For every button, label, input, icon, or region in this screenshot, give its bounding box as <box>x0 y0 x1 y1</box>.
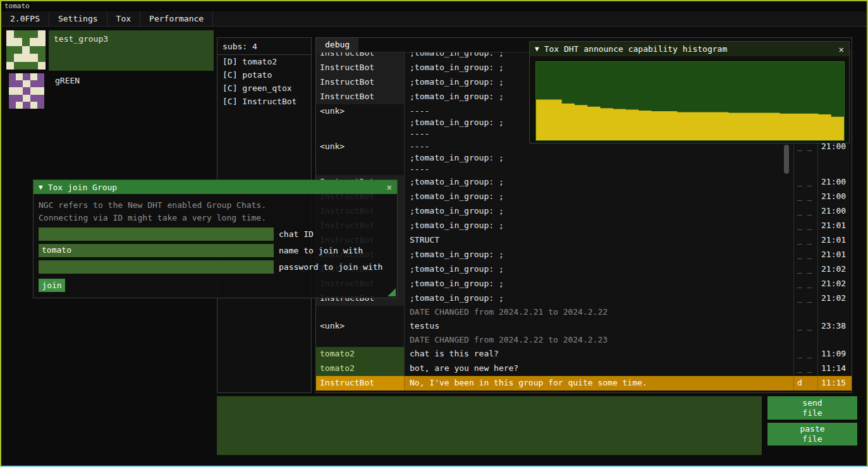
window-titlebar: tomato <box>1 1 867 11</box>
send-file-button[interactable]: send file <box>767 396 857 420</box>
app-window: tomato 2.0FPS SettingsToxPerformance tes… <box>0 0 868 467</box>
menu-bar: 2.0FPS SettingsToxPerformance <box>1 11 867 27</box>
resize-grip[interactable] <box>388 288 396 296</box>
histogram-svg <box>536 62 844 140</box>
message-text: ;tomato_in_group: ; <box>405 248 793 262</box>
message-text: bot, are you new here? <box>405 361 793 376</box>
menu-tox[interactable]: Tox <box>107 11 140 26</box>
join-password-label: password to join with <box>279 262 382 272</box>
message-time: 21:02 <box>817 277 852 291</box>
message-flags: _ _ <box>793 190 817 204</box>
member-list: [D] tomato2[C] potato[C] green_qtox[C] I… <box>217 55 311 108</box>
histogram-area <box>536 100 844 141</box>
member-item[interactable]: [C] potato <box>217 68 311 82</box>
group-item-green[interactable]: gREEN <box>9 73 214 110</box>
close-icon[interactable]: ✕ <box>387 182 392 192</box>
message-author: <unk> <box>316 319 405 334</box>
menu-items: SettingsToxPerformance <box>49 11 213 26</box>
message-author <box>316 334 405 347</box>
message-text: ---- ;tomato_in_group: ; ---- <box>405 140 793 175</box>
chat-scrollbar[interactable] <box>784 145 789 174</box>
message-flags: _ _ <box>793 175 817 190</box>
message-time <box>817 306 852 319</box>
message-flags: _ _ <box>793 291 817 306</box>
message-text: No, I've been in this group for quite so… <box>405 376 793 391</box>
message-time: 21:00 <box>817 175 852 190</box>
member-item[interactable]: [C] green_qtox <box>217 82 311 95</box>
message-author: InstructBot <box>316 75 405 90</box>
message-text: ;tomato_in_group: ; <box>405 219 793 233</box>
message-time: 11:15 <box>817 376 852 391</box>
join-name-row: tomato name to join with <box>39 244 392 257</box>
message-flags: _ _ <box>793 347 817 361</box>
message-text: ;tomato_in_group: ; <box>405 190 793 204</box>
message-time: 21:02 <box>817 262 852 277</box>
message-flags: _ _ <box>793 319 817 334</box>
message-text: testus <box>405 319 793 334</box>
message-flags <box>793 306 817 319</box>
histogram-plot <box>535 61 845 141</box>
message-time: 11:09 <box>817 347 852 361</box>
chat-message-row[interactable]: tomato2bot, are you new here?_ _11:14 <box>316 361 852 376</box>
join-password-input[interactable] <box>39 260 274 274</box>
message-time: 11:14 <box>817 361 852 376</box>
chat-message-row[interactable]: tomato2chat is this real?_ _11:09 <box>316 347 852 361</box>
chat-id-input[interactable] <box>39 227 274 241</box>
join-name-input[interactable]: tomato <box>39 244 274 257</box>
message-author: InstructBot <box>316 52 405 61</box>
join-group-title: Tox join Group <box>48 183 118 192</box>
message-time: 21:00 <box>817 140 852 175</box>
message-flags: _ _ <box>793 361 817 376</box>
message-input[interactable] <box>217 396 762 455</box>
chat-message-row[interactable]: <unk>testus_ _23:38 <box>316 319 852 334</box>
group-avatar-icon <box>9 73 44 109</box>
group-label-wrap: gREEN <box>47 73 214 110</box>
date-divider-row: DATE CHANGED from 2024.2.21 to 2024.2.22 <box>316 306 852 319</box>
tab-debug[interactable]: debug <box>316 38 358 52</box>
join-button[interactable]: join <box>39 279 65 292</box>
message-flags: d <box>793 376 817 391</box>
paste-file-button[interactable]: paste file <box>767 423 857 446</box>
message-flags: _ _ <box>793 219 817 233</box>
message-time: 21:01 <box>817 233 852 248</box>
message-time: 21:00 <box>817 204 852 219</box>
message-author: InstructBot <box>316 90 405 104</box>
message-time: 21:00 <box>817 190 852 204</box>
message-flags <box>793 334 817 347</box>
message-text: ;tomato_in_group: ; <box>405 262 793 277</box>
close-icon[interactable]: ✕ <box>839 44 844 54</box>
member-item[interactable]: [C] InstructBot <box>217 95 311 108</box>
message-text: chat is this real? <box>405 347 793 361</box>
message-time: 21:01 <box>817 248 852 262</box>
message-author: <unk> <box>316 140 405 175</box>
join-group-body: NGC refers to the New DHT enabled Group … <box>34 194 397 297</box>
join-description-line1: NGC refers to the New DHT enabled Group … <box>39 199 392 212</box>
message-text: ;tomato_in_group: ; <box>405 175 793 190</box>
message-author <box>316 306 405 319</box>
message-flags: _ _ <box>793 204 817 219</box>
collapse-icon[interactable]: ▼ <box>535 45 539 53</box>
message-text: ;tomato_in_group: ; <box>405 277 793 291</box>
message-text: DATE CHANGED from 2024.2.21 to 2024.2.22 <box>405 306 793 319</box>
window-title: tomato <box>4 2 30 10</box>
member-item[interactable]: [D] tomato2 <box>217 55 311 68</box>
group-avatar-icon <box>6 30 46 70</box>
dht-histogram-titlebar: ▼ Tox DHT announce capability histogram … <box>530 42 849 56</box>
menu-performance[interactable]: Performance <box>140 11 213 26</box>
group-name: gREEN <box>55 76 80 85</box>
group-item-test_group3[interactable]: test_group3 <box>6 30 214 71</box>
collapse-icon[interactable]: ▼ <box>39 183 43 191</box>
message-text: ;tomato_in_group: ; <box>405 291 793 306</box>
message-author: <unk> <box>316 104 405 140</box>
chat-id-row: chat ID <box>39 227 392 241</box>
dht-histogram-window: ▼ Tox DHT announce capability histogram … <box>529 41 850 143</box>
chat-id-label: chat ID <box>279 229 314 239</box>
message-author: InstructBot <box>316 376 405 391</box>
menu-settings[interactable]: Settings <box>49 11 107 26</box>
message-time: 21:01 <box>817 219 852 233</box>
join-group-window: ▼ Tox join Group ✕ NGC refers to the New… <box>33 179 398 298</box>
chat-message-row[interactable]: <unk>---- ;tomato_in_group: ; ----_ _21:… <box>316 140 852 175</box>
message-flags: _ _ <box>793 277 817 291</box>
chat-message-row[interactable]: InstructBotNo, I've been in this group f… <box>316 376 852 391</box>
group-name: test_group3 <box>54 34 108 44</box>
